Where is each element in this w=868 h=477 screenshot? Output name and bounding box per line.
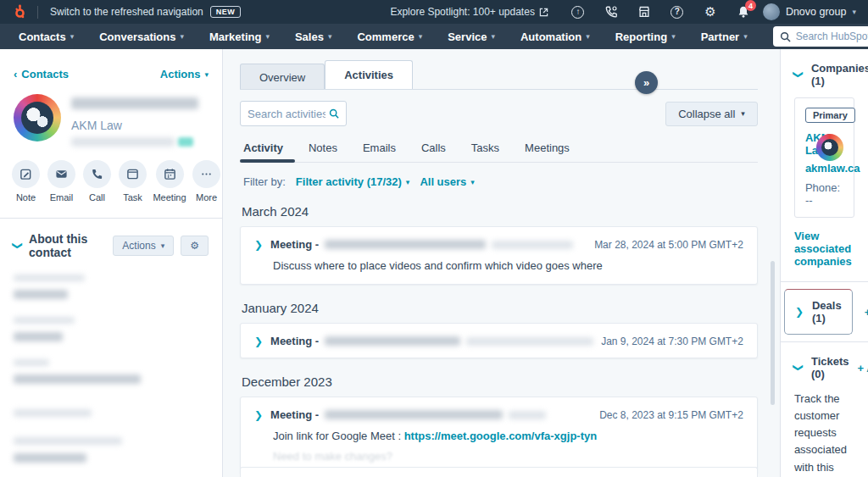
meeting-type-label[interactable]: Meeting - <box>270 335 319 347</box>
nav-item-marketing[interactable]: Marketing▾ <box>209 31 270 43</box>
redacted-field-label <box>14 275 85 281</box>
chevron-down-icon: ▾ <box>852 8 856 16</box>
tab-activities[interactable]: Activities <box>325 60 413 89</box>
account-menu[interactable]: Dnovo group ▾ <box>763 3 856 20</box>
contact-actions-dropdown[interactable]: Actions▾ <box>160 68 209 80</box>
about-settings-button[interactable]: ⚙ <box>181 236 209 256</box>
chevron-right-icon[interactable]: ❯ <box>254 409 263 421</box>
meeting-card: ❯ Meeting - Jan 9, 2024 at 7:30 PM GMT+2 <box>240 323 758 358</box>
nav-item-partner[interactable]: Partner▾ <box>701 31 748 43</box>
filter-by-label: Filter by: <box>243 175 286 188</box>
scrollbar[interactable] <box>771 261 775 405</box>
subtab-meetings[interactable]: Meetings <box>525 136 570 162</box>
phone-icon <box>91 168 103 180</box>
global-search-input[interactable] <box>796 31 868 42</box>
announcement-bar: Switch to the refreshed navigation NEW E… <box>0 0 868 24</box>
notifications-icon[interactable]: 4 <box>736 4 751 19</box>
associations-sidebar: ❯ Companies (1) + Add Primary AKM Law ak… <box>780 49 868 477</box>
nav-item-service[interactable]: Service▾ <box>448 31 495 43</box>
redacted-field-value <box>14 453 86 463</box>
redacted-meeting-title <box>325 336 460 346</box>
chevron-down-icon: ▾ <box>470 178 475 186</box>
about-fields <box>12 275 210 477</box>
chevron-down-icon[interactable]: ❯ <box>793 363 804 372</box>
spotlight-label: Explore Spotlight: 100+ updates <box>390 6 534 18</box>
month-header: March 2024 <box>242 204 756 219</box>
subtab-activity[interactable]: Activity <box>243 136 283 162</box>
meeting-type-label[interactable]: Meeting - <box>270 408 319 421</box>
meeting-date: Mar 28, 2024 at 5:00 PM GMT+2 <box>594 239 743 251</box>
company-card: Primary AKM Law akmlaw.ca Phone: -- <box>794 97 854 218</box>
email-icon <box>55 168 68 180</box>
contact-sidebar: ‹Contacts Actions▾ AKM Law Note <box>0 49 223 477</box>
main-navigation: Contacts▾ Conversations▾ Marketing▾ Sale… <box>0 24 868 49</box>
chevron-right-icon[interactable]: ❯ <box>254 336 263 347</box>
chevron-down-icon[interactable]: ❯ <box>12 241 24 250</box>
subtab-notes[interactable]: Notes <box>309 136 337 162</box>
filter-activity-dropdown[interactable]: Filter activity (17/32)▾ <box>296 175 410 188</box>
back-to-contacts-link[interactable]: ‹Contacts <box>14 68 69 80</box>
double-chevron-right-icon: » <box>643 76 649 89</box>
nav-item-conversations[interactable]: Conversations▾ <box>99 31 184 43</box>
explore-spotlight-link[interactable]: Explore Spotlight: 100+ updates <box>390 6 548 18</box>
collapse-all-button[interactable]: Collapse all▾ <box>665 102 758 126</box>
call-icon[interactable] <box>604 4 619 19</box>
chevron-down-icon[interactable]: ❯ <box>793 70 804 79</box>
settings-icon[interactable]: ⚙ <box>703 4 718 19</box>
calendar-icon <box>164 168 176 180</box>
nav-item-sales[interactable]: Sales▾ <box>295 31 332 43</box>
quick-actions-row: Note Email Call Task Meeting <box>12 160 209 202</box>
company-domain-link[interactable]: akmlaw.ca <box>805 162 860 175</box>
add-deal-button[interactable]: + Add <box>865 306 868 319</box>
collapse-sidebar-button[interactable]: » <box>635 71 658 94</box>
task-icon <box>126 168 139 180</box>
all-users-dropdown[interactable]: All users▾ <box>420 175 474 188</box>
deals-header-focused[interactable]: ❯ Deals (1) <box>784 289 853 335</box>
redacted-field-value <box>14 374 141 384</box>
redacted-contact-email <box>71 137 175 147</box>
chevron-right-icon[interactable]: ❯ <box>795 306 804 318</box>
notification-count-badge: 4 <box>745 0 756 11</box>
chevron-right-icon[interactable]: ❯ <box>254 239 263 251</box>
add-ticket-button[interactable]: + Add <box>858 362 868 374</box>
redacted-contact-name <box>71 97 198 109</box>
companies-section: ❯ Companies (1) + Add Primary AKM Law ak… <box>781 49 868 282</box>
search-activities-box[interactable] <box>240 101 347 126</box>
meeting-date: Jan 9, 2024 at 7:30 PM GMT+2 <box>601 336 743 347</box>
call-button[interactable]: Call <box>83 160 111 202</box>
account-avatar <box>763 3 780 20</box>
companies-title: Companies (1) <box>811 62 868 87</box>
nav-item-automation[interactable]: Automation▾ <box>520 31 590 43</box>
search-activities-input[interactable] <box>248 108 326 120</box>
hubspot-logo-icon[interactable] <box>12 4 27 19</box>
meeting-type-label[interactable]: Meeting - <box>270 238 319 251</box>
nav-item-commerce[interactable]: Commerce▾ <box>357 31 422 43</box>
chevron-down-icon: ▾ <box>161 241 165 250</box>
meeting-date: Dec 8, 2023 at 9:15 PM GMT+2 <box>599 409 743 421</box>
google-meet-link[interactable]: https://meet.google.com/vfa-xgjp-tyn <box>404 430 598 442</box>
more-button[interactable]: More <box>192 160 220 202</box>
upgrade-icon[interactable]: ↑ <box>570 4 586 19</box>
global-search[interactable]: ⌘ K <box>773 26 868 47</box>
tab-overview[interactable]: Overview <box>240 64 325 89</box>
subtab-tasks[interactable]: Tasks <box>471 136 499 162</box>
about-actions-dropdown[interactable]: Actions▾ <box>113 236 174 256</box>
view-associated-companies-link[interactable]: View associated companies <box>794 230 854 268</box>
email-button[interactable]: Email <box>47 160 75 202</box>
hubspot-contact-page: Switch to the refreshed navigation NEW E… <box>0 0 868 477</box>
search-icon <box>329 108 339 119</box>
nav-item-reporting[interactable]: Reporting▾ <box>615 31 676 43</box>
task-button[interactable]: Task <box>119 160 147 202</box>
note-button[interactable]: Note <box>12 160 40 202</box>
meeting-card: ❯ Meeting - Dec 8, 2023 at 9:15 PM GMT+2… <box>240 397 758 474</box>
marketplace-icon[interactable] <box>637 4 652 19</box>
email-status-chip <box>178 137 193 147</box>
subtab-emails[interactable]: Emails <box>363 136 396 162</box>
subtab-calls[interactable]: Calls <box>421 136 446 162</box>
help-icon[interactable]: ? <box>670 4 685 19</box>
meeting-button[interactable]: Meeting <box>154 160 185 202</box>
nav-item-contacts[interactable]: Contacts▾ <box>19 31 74 43</box>
activity-panel: Overview Activities Collapse all▾ Activi… <box>223 49 780 477</box>
divider <box>37 6 38 19</box>
switch-navigation-label[interactable]: Switch to the refreshed navigation <box>50 6 203 18</box>
